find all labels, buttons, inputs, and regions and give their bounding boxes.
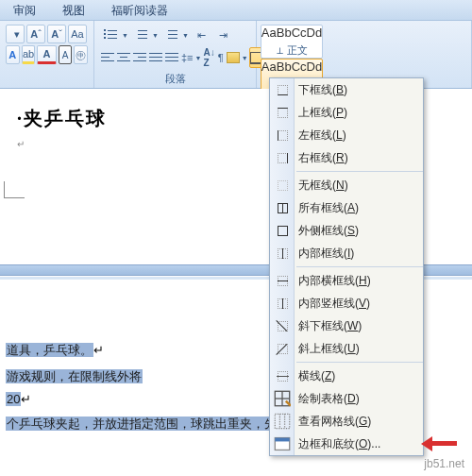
bi-none-icon <box>274 177 291 194</box>
align-right-button[interactable] <box>132 47 147 68</box>
increase-indent-button[interactable]: ⇥ <box>212 25 233 45</box>
font-color-button[interactable]: A <box>37 45 56 64</box>
menu-item-B[interactable]: 下框线(B) <box>270 78 423 101</box>
shading-button[interactable] <box>226 47 241 68</box>
align-left-button[interactable] <box>100 47 115 68</box>
svg-rect-8 <box>275 438 289 442</box>
grid-icon <box>274 390 291 407</box>
menu-item-label: 边框和底纹(O)... <box>298 436 380 452</box>
dialog-icon <box>274 435 291 452</box>
align-center-button[interactable] <box>116 47 131 68</box>
page-corner-mark <box>4 181 25 198</box>
menu-item-N[interactable]: 无框线(N) <box>270 174 423 196</box>
menu-item-label: 内部竖框线(V) <box>298 296 370 312</box>
enclose-char-button[interactable]: ㊥ <box>74 45 88 64</box>
bi-left-icon <box>274 127 291 144</box>
borders-dropdown-menu: 下框线(B)上框线(P)左框线(L)右框线(R)无框线(N)所有框线(A)外侧框… <box>269 77 424 456</box>
menu-item-label: 内部框线(I) <box>298 246 354 262</box>
annotation-arrow <box>413 436 457 451</box>
tab-foxit[interactable]: 福昕阅读器 <box>98 0 181 20</box>
show-marks-button[interactable]: ¶ <box>217 47 225 68</box>
menu-item-label: 外侧框线(S) <box>298 223 359 239</box>
multilevel-button[interactable] <box>160 25 181 45</box>
menu-item-Z[interactable]: 横线(Z) <box>270 365 423 387</box>
watermark: jb51.net <box>424 457 464 470</box>
bi-dd-icon <box>274 317 291 334</box>
style-normal[interactable]: AaBbCcDd ⊥ 正文 <box>261 25 323 59</box>
bi-out-icon <box>274 222 291 239</box>
bi-du-icon <box>274 340 291 357</box>
menu-item-label: 所有框线(A) <box>298 200 359 216</box>
bi-top-icon <box>274 104 291 121</box>
menu-item-W[interactable]: 斜下框线(W) <box>270 314 423 337</box>
bi-hline-icon <box>274 367 291 384</box>
bi-inh-icon <box>274 272 291 289</box>
selected-line-1[interactable]: 道具，乒乓球。↵ <box>6 340 104 361</box>
menu-item-label: 左框线(L) <box>298 128 346 144</box>
justify-button[interactable] <box>148 47 163 68</box>
view-icon <box>274 413 291 430</box>
change-case-button[interactable]: Aa <box>68 25 87 43</box>
menu-item-I[interactable]: 内部框线(I) <box>270 242 423 264</box>
menu-item-V[interactable]: 内部竖框线(V) <box>270 292 423 314</box>
menu-item-G[interactable]: 查看网格线(G) <box>270 410 423 433</box>
bi-bottom-icon <box>274 81 291 98</box>
menu-item-label: 上框线(P) <box>298 105 347 121</box>
menu-item-label: 下框线(B) <box>298 82 347 98</box>
grow-font-button[interactable]: Aˆ <box>26 25 45 43</box>
selected-line-2[interactable]: 游戏规则，在限制线外将 <box>6 366 143 387</box>
text-effects-button[interactable]: A <box>6 45 20 64</box>
menu-item-H[interactable]: 内部横框线(H) <box>270 269 423 292</box>
paragraph-group-label: 段落 <box>94 72 256 86</box>
menu-item-P[interactable]: 上框线(P) <box>270 101 423 124</box>
highlight-button[interactable]: ab <box>22 45 36 64</box>
menu-item-S[interactable]: 外侧框线(S) <box>270 219 423 242</box>
bi-right-icon <box>274 149 291 166</box>
menu-item-label: 斜下框线(W) <box>298 318 362 334</box>
bi-in-icon <box>274 245 291 262</box>
sort-button[interactable]: A↓Z <box>202 47 215 68</box>
line-spacing-button[interactable]: ‡≡ <box>180 47 194 68</box>
font-group: ▾ Aˆ Aˇ Aa A ab A A ㊥ <box>0 21 94 88</box>
menu-item-label: 内部横框线(H) <box>298 273 371 289</box>
menu-item-label: 横线(Z) <box>298 368 335 384</box>
menu-item-label: 右框线(R) <box>298 150 348 166</box>
menu-item-O[interactable]: 边框和底纹(O)... <box>270 433 423 455</box>
shrink-font-button[interactable]: Aˇ <box>47 25 66 43</box>
numbering-button[interactable] <box>130 25 151 45</box>
menu-item-L[interactable]: 左框线(L) <box>270 124 423 146</box>
menu-item-label: 斜上框线(U) <box>298 341 360 357</box>
menu-item-label: 绘制表格(D) <box>298 391 360 407</box>
char-border-button[interactable]: A <box>59 45 73 64</box>
bi-all-icon <box>274 199 291 216</box>
menu-item-label: 查看网格线(G) <box>298 414 371 430</box>
menu-item-U[interactable]: 斜上框线(U) <box>270 337 423 360</box>
svg-rect-4 <box>275 414 289 428</box>
font-size-dropdown[interactable]: ▾ <box>6 25 25 43</box>
paragraph-group: ▼ ▼ ▼ ⇤ ⇥ ‡≡▼ A↓Z ¶ ▼ ▼ 段落 <box>94 21 257 88</box>
bi-in-icon <box>274 295 291 312</box>
tab-view[interactable]: 视图 <box>49 0 98 20</box>
bullets-button[interactable] <box>100 25 121 45</box>
distribute-button[interactable] <box>164 47 179 68</box>
tab-review[interactable]: 审阅 <box>0 0 49 20</box>
decrease-indent-button[interactable]: ⇤ <box>191 25 211 45</box>
selected-line-3[interactable]: 20↵ <box>6 389 31 410</box>
menu-item-A[interactable]: 所有框线(A) <box>270 196 423 219</box>
menu-item-label: 无框线(N) <box>298 178 348 194</box>
menu-item-D[interactable]: 绘制表格(D) <box>270 387 423 410</box>
menu-item-R[interactable]: 右框线(R) <box>270 146 423 169</box>
